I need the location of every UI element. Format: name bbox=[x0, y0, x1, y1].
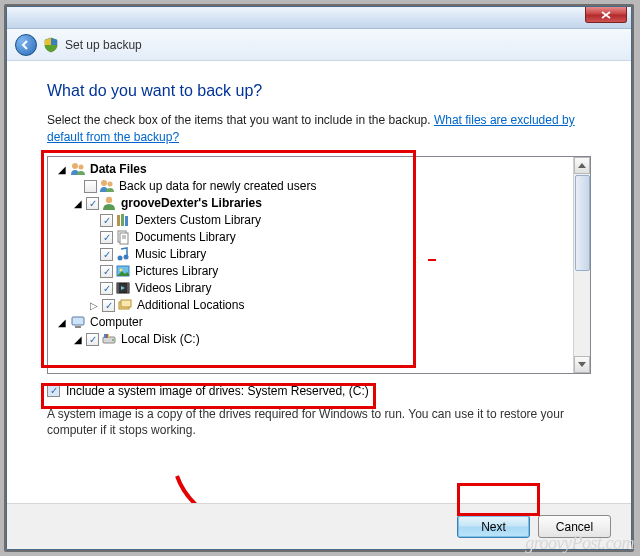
page-description: Select the check box of the items that y… bbox=[47, 112, 591, 146]
expand-icon[interactable]: ◢ bbox=[72, 198, 84, 209]
watermark: groovyPost.com bbox=[525, 533, 634, 554]
svg-point-15 bbox=[120, 269, 123, 272]
expand-icon[interactable]: ▷ bbox=[88, 300, 100, 311]
chevron-down-icon bbox=[578, 362, 586, 367]
tree-node-computer[interactable]: ◢ Computer bbox=[50, 314, 571, 331]
checkbox-checked[interactable]: ✓ bbox=[86, 333, 99, 346]
pictures-icon bbox=[115, 263, 131, 279]
annotation-mark bbox=[428, 259, 436, 261]
node-label: Documents Library bbox=[133, 230, 236, 244]
next-button[interactable]: Next bbox=[457, 515, 530, 538]
header-title: Set up backup bbox=[65, 38, 142, 52]
checkbox-checked[interactable]: ✓ bbox=[100, 248, 113, 261]
svg-point-3 bbox=[108, 182, 113, 187]
svg-point-13 bbox=[124, 255, 129, 260]
scroll-thumb[interactable] bbox=[575, 175, 590, 271]
checkbox-checked[interactable]: ✓ bbox=[100, 265, 113, 278]
user-icon bbox=[101, 195, 117, 211]
tree-node-data-files[interactable]: ◢ Data Files bbox=[50, 161, 571, 178]
content-area: What do you want to back up? Select the … bbox=[7, 61, 631, 503]
node-label: Videos Library bbox=[133, 281, 212, 295]
svg-point-2 bbox=[101, 180, 107, 186]
page-heading: What do you want to back up? bbox=[47, 82, 591, 100]
tree-node-additional[interactable]: ▷ ✓ Additional Locations bbox=[50, 297, 571, 314]
svg-rect-21 bbox=[72, 317, 84, 325]
tree-node-library[interactable]: ✓ Music Library bbox=[50, 246, 571, 263]
svg-rect-27 bbox=[108, 334, 109, 338]
svg-point-4 bbox=[106, 197, 112, 203]
backup-items-tree: ◢ Data Files Back up data for newly crea… bbox=[47, 156, 591, 374]
checkbox-checked[interactable]: ✓ bbox=[47, 384, 60, 397]
checkbox-unchecked[interactable] bbox=[84, 180, 97, 193]
scrollbar[interactable] bbox=[573, 157, 590, 373]
drive-icon bbox=[101, 331, 117, 347]
computer-icon bbox=[70, 314, 86, 330]
tree-node-library[interactable]: ✓ Pictures Library bbox=[50, 263, 571, 280]
node-label: Music Library bbox=[133, 247, 206, 261]
svg-point-0 bbox=[72, 163, 78, 169]
checkbox-checked[interactable]: ✓ bbox=[86, 197, 99, 210]
svg-rect-17 bbox=[117, 283, 119, 293]
node-label: Dexters Custom Library bbox=[133, 213, 261, 227]
back-arrow-icon bbox=[20, 39, 32, 51]
svg-rect-22 bbox=[75, 326, 81, 328]
tree-content[interactable]: ◢ Data Files Back up data for newly crea… bbox=[48, 157, 573, 373]
close-button[interactable] bbox=[585, 7, 627, 23]
svg-rect-26 bbox=[106, 334, 107, 338]
titlebar bbox=[7, 7, 631, 29]
tree-node-local-disk[interactable]: ◢ ✓ Local Disk (C:) bbox=[50, 331, 571, 348]
svg-rect-6 bbox=[121, 214, 124, 226]
system-image-checkbox-row[interactable]: ✓ Include a system image of drives: Syst… bbox=[47, 382, 591, 400]
svg-point-12 bbox=[118, 256, 123, 261]
expand-icon[interactable]: ◢ bbox=[56, 164, 68, 175]
documents-icon bbox=[115, 229, 131, 245]
tree-node-new-users[interactable]: Back up data for newly created users bbox=[50, 178, 571, 195]
desc-text: Select the check box of the items that y… bbox=[47, 113, 434, 127]
svg-rect-20 bbox=[121, 300, 131, 307]
tree-node-library[interactable]: ✓ Documents Library bbox=[50, 229, 571, 246]
tree-node-user-libraries[interactable]: ◢ ✓ grooveDexter's Libraries bbox=[50, 195, 571, 212]
system-image-description: A system image is a copy of the drives r… bbox=[47, 406, 591, 438]
folder-stack-icon bbox=[117, 297, 133, 313]
wizard-header: Set up backup bbox=[7, 29, 631, 61]
svg-point-1 bbox=[79, 165, 84, 170]
svg-rect-18 bbox=[127, 283, 129, 293]
scroll-up-button[interactable] bbox=[574, 157, 590, 174]
users-icon bbox=[70, 161, 86, 177]
videos-icon bbox=[115, 280, 131, 296]
node-label: Back up data for newly created users bbox=[117, 179, 316, 193]
users-icon bbox=[99, 178, 115, 194]
node-label: Data Files bbox=[88, 162, 147, 176]
node-label: Additional Locations bbox=[135, 298, 244, 312]
checkbox-checked[interactable]: ✓ bbox=[100, 231, 113, 244]
svg-point-24 bbox=[112, 339, 114, 341]
music-icon bbox=[115, 246, 131, 262]
svg-rect-7 bbox=[125, 216, 128, 226]
checkbox-checked[interactable]: ✓ bbox=[102, 299, 115, 312]
svg-rect-5 bbox=[117, 215, 120, 226]
library-icon bbox=[115, 212, 131, 228]
expand-icon[interactable]: ◢ bbox=[72, 334, 84, 345]
expand-icon[interactable]: ◢ bbox=[56, 317, 68, 328]
node-label: Computer bbox=[88, 315, 143, 329]
chevron-up-icon bbox=[578, 163, 586, 168]
scroll-down-button[interactable] bbox=[574, 356, 590, 373]
checkbox-checked[interactable]: ✓ bbox=[100, 214, 113, 227]
backup-wizard-window: Set up backup What do you want to back u… bbox=[6, 6, 632, 550]
checkbox-checked[interactable]: ✓ bbox=[100, 282, 113, 295]
annotation-arrow bbox=[167, 471, 497, 503]
system-image-label: Include a system image of drives: System… bbox=[66, 384, 369, 398]
back-button[interactable] bbox=[15, 34, 37, 56]
tree-node-library[interactable]: ✓ Videos Library bbox=[50, 280, 571, 297]
tree-node-library[interactable]: ✓ Dexters Custom Library bbox=[50, 212, 571, 229]
node-label: Local Disk (C:) bbox=[119, 332, 200, 346]
node-label: Pictures Library bbox=[133, 264, 218, 278]
close-icon bbox=[601, 11, 611, 19]
node-label: grooveDexter's Libraries bbox=[119, 196, 262, 210]
shield-icon bbox=[43, 37, 59, 53]
